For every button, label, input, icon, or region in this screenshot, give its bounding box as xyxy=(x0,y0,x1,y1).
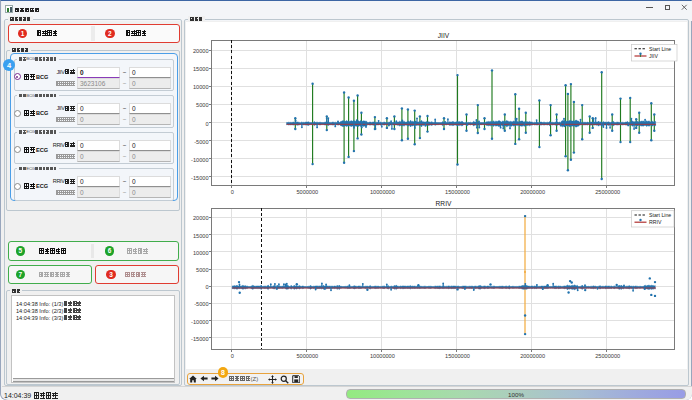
svg-text:20000: 20000 xyxy=(193,215,209,221)
svg-text:20000: 20000 xyxy=(193,48,209,54)
svg-text:RRIV: RRIV xyxy=(649,219,662,225)
svg-text:RRIV: RRIV xyxy=(436,200,452,207)
svg-text:0: 0 xyxy=(231,353,234,359)
svg-text:0: 0 xyxy=(205,284,208,290)
svg-text:JIIV: JIIV xyxy=(649,53,658,59)
svg-text:0: 0 xyxy=(231,189,234,195)
svg-text:5000000: 5000000 xyxy=(296,189,318,195)
svg-text:10000000: 10000000 xyxy=(370,189,395,195)
svg-text:10000: 10000 xyxy=(193,250,209,256)
svg-text:Start Line: Start Line xyxy=(649,46,671,52)
svg-text:-10000: -10000 xyxy=(191,319,208,325)
svg-text:-10000: -10000 xyxy=(191,157,208,163)
svg-text:-5000: -5000 xyxy=(194,301,208,307)
svg-text:15000000: 15000000 xyxy=(445,189,470,195)
svg-text:20000000: 20000000 xyxy=(520,353,545,359)
svg-text:Start Line: Start Line xyxy=(649,212,671,218)
svg-text:-5000: -5000 xyxy=(194,139,208,145)
svg-text:25000000: 25000000 xyxy=(595,189,620,195)
svg-text:25000000: 25000000 xyxy=(595,353,620,359)
svg-text:20000000: 20000000 xyxy=(520,189,545,195)
svg-text:5000000: 5000000 xyxy=(296,353,318,359)
svg-text:10000: 10000 xyxy=(193,84,209,90)
svg-text:5000: 5000 xyxy=(196,267,208,273)
svg-text:JIIV: JIIV xyxy=(438,32,450,39)
svg-text:15000: 15000 xyxy=(193,233,209,239)
svg-text:-15000: -15000 xyxy=(191,175,208,181)
svg-text:15000: 15000 xyxy=(193,66,209,72)
svg-text:5000: 5000 xyxy=(196,102,208,108)
svg-text:0: 0 xyxy=(205,121,208,127)
svg-text:-15000: -15000 xyxy=(191,336,208,342)
svg-text:15000000: 15000000 xyxy=(445,353,470,359)
svg-text:10000000: 10000000 xyxy=(370,353,395,359)
